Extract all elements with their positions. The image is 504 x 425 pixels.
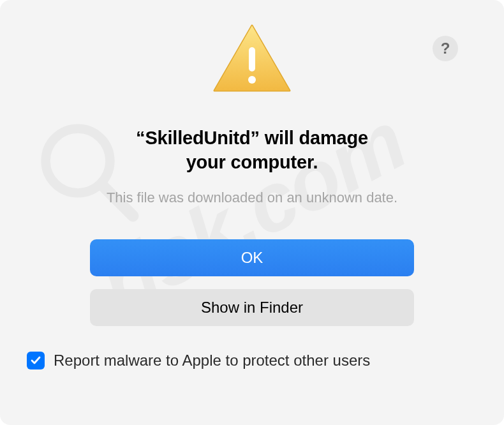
help-button[interactable]: ? — [433, 36, 458, 61]
show-in-finder-button[interactable]: Show in Finder — [90, 289, 414, 326]
title-line-1: “SkilledUnitd” will damage — [136, 128, 368, 148]
svg-rect-2 — [249, 47, 255, 71]
alert-title: “SkilledUnitd” will damage your computer… — [136, 126, 368, 174]
alert-subtitle: This file was downloaded on an unknown d… — [107, 190, 397, 206]
security-alert-dialog: risk.com ? “SkilledUnitd” will — [0, 0, 504, 425]
title-line-2: your computer. — [186, 152, 318, 172]
ok-button[interactable]: OK — [90, 239, 414, 276]
svg-point-3 — [248, 76, 256, 84]
help-icon: ? — [441, 40, 450, 57]
warning-icon — [211, 22, 293, 100]
checkmark-icon — [29, 354, 42, 367]
report-malware-checkbox[interactable] — [27, 352, 45, 369]
report-malware-label: Report malware to Apple to protect other… — [54, 352, 370, 369]
report-malware-row: Report malware to Apple to protect other… — [27, 352, 370, 369]
